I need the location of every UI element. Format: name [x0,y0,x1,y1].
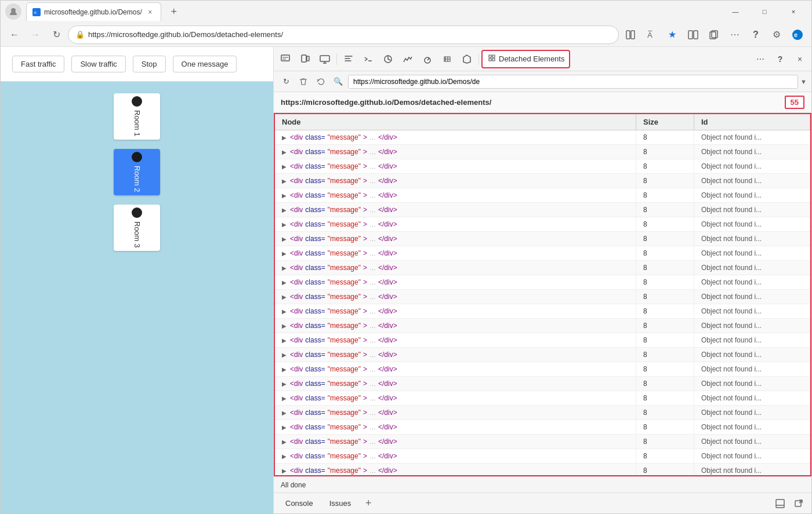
table-row[interactable]: ▶ <div class="message"> … </div> 8 Objec… [275,203,810,217]
undo-devtools-button[interactable] [313,74,328,89]
performance-panel-icon[interactable] [418,50,437,68]
id-cell: Object not found i... [694,261,810,275]
table-row[interactable]: ▶ <div class="message"> … </div> 8 Objec… [275,333,810,348]
delete-devtools-button[interactable] [296,74,311,89]
table-row[interactable]: ▶ <div class="message"> … </div> 8 Objec… [275,435,810,449]
table-row[interactable]: ▶ <div class="message"> … </div> 8 Objec… [275,232,810,246]
table-row[interactable]: ▶ <div class="message"> … </div> 8 Objec… [275,159,810,174]
detached-elements-table[interactable]: Node Size Id ▶ <div class="message"> … <… [274,113,811,476]
table-row[interactable]: ▶ <div class="message"> … </div> 8 Objec… [275,420,810,435]
room-1-item[interactable]: Room 1 [114,93,160,140]
detach-devtools-icon[interactable] [791,495,807,512]
reload-button[interactable]: ↻ [47,25,66,44]
toolbar-separator-1 [336,53,337,65]
table-row[interactable]: ▶ <div class="message"> … </div> 8 Objec… [275,319,810,333]
detached-elements-tab[interactable]: Detached Elements [481,50,570,68]
help-devtools-icon[interactable]: ? [771,50,789,68]
table-row[interactable]: ▶ <div class="message"> … </div> 8 Objec… [275,246,810,261]
table-row[interactable]: ▶ <div class="message"> … </div> 8 Objec… [275,290,810,304]
split-screen-icon[interactable] [684,25,702,44]
table-row[interactable]: ▶ <div class="message"> … </div> 8 Objec… [275,217,810,232]
table-row[interactable]: ▶ <div class="message"> … </div> 8 Objec… [275,391,810,406]
table-row[interactable]: ▶ <div class="message"> … </div> 8 Objec… [275,406,810,420]
address-bar[interactable]: 🔒 https://microsoftedge.github.io/Demos/… [68,25,619,44]
room-2-item[interactable]: Room 2 [114,149,160,195]
size-cell: 8 [636,232,694,246]
svg-rect-15 [320,56,329,61]
table-row[interactable]: ▶ <div class="message"> … </div> 8 Objec… [275,275,810,290]
id-cell: Object not found i... [694,449,810,463]
favorites-icon[interactable]: ★ [663,25,682,44]
url-dropdown-icon[interactable]: ▼ [800,78,807,85]
node-cell: ▶ <div class="message"> … </div> [275,333,636,347]
search-devtools-button[interactable]: 🔍 [331,74,346,89]
edge-icon[interactable]: e [788,25,807,44]
toolbar-separator-2 [478,53,479,65]
devtools-url-input[interactable] [348,75,798,89]
memory-panel-icon[interactable] [438,50,456,68]
inspect-element-icon[interactable] [276,50,295,68]
id-cell: Object not found i... [694,290,810,304]
id-cell: Object not found i... [694,377,810,391]
settings-icon[interactable]: ⚙ [767,25,786,44]
forward-button[interactable]: → [26,25,45,44]
table-row[interactable]: ▶ <div class="message"> … </div> 8 Objec… [275,145,810,159]
back-button[interactable]: ← [5,25,24,44]
more-tools-icon[interactable]: ⋯ [726,25,744,44]
sources-panel-icon[interactable] [379,50,397,68]
table-row[interactable]: ▶ <div class="message"> … </div> 8 Objec… [275,362,810,377]
tab-close-button[interactable]: × [146,8,155,17]
devtools-panel: Detached Elements ⋯ ? × ↻ 🔍 ▼ [273,47,811,513]
size-cell: 8 [636,391,694,405]
table-row[interactable]: ▶ <div class="message"> … </div> 8 Objec… [275,464,810,476]
size-cell: 8 [636,188,694,202]
table-row[interactable]: ▶ <div class="message"> … </div> 8 Objec… [275,174,810,188]
console-panel-icon[interactable] [359,50,378,68]
expand-arrow-icon: ▶ [282,163,287,170]
node-cell: ▶ <div class="message"> … </div> [275,174,636,188]
table-row[interactable]: ▶ <div class="message"> … </div> 8 Objec… [275,304,810,319]
table-row[interactable]: ▶ <div class="message"> … </div> 8 Objec… [275,188,810,203]
elements-panel-icon[interactable] [339,50,358,68]
one-message-button[interactable]: One message [173,56,237,72]
slow-traffic-button[interactable]: Slow traffic [71,56,125,72]
device-mode-icon[interactable] [296,50,314,68]
fast-traffic-button[interactable]: Fast traffic [12,56,64,72]
collections-icon[interactable] [705,25,723,44]
close-devtools-icon[interactable]: × [791,50,809,68]
svg-rect-7 [694,31,698,39]
more-tools-devtools-icon[interactable]: ⋯ [751,50,770,68]
node-cell: ▶ <div class="message"> … </div> [275,304,636,318]
minimize-button[interactable]: — [722,2,749,21]
help-icon[interactable]: ? [746,25,765,44]
node-cell: ▶ <div class="message"> … </div> [275,130,636,144]
network-panel-icon[interactable] [398,50,417,68]
main-content: Fast traffic Slow traffic Stop One messa… [1,47,811,513]
issues-tab[interactable]: Issues [322,497,358,510]
profile-icon[interactable] [5,3,21,20]
table-row[interactable]: ▶ <div class="message"> … </div> 8 Objec… [275,261,810,275]
expand-arrow-icon: ▶ [282,424,287,431]
add-panel-button[interactable]: + [360,495,376,512]
svg-rect-6 [688,31,693,39]
close-button[interactable]: × [780,2,807,21]
read-aloud-icon[interactable]: A̅ [642,25,661,44]
console-tab[interactable]: Console [278,497,320,510]
title-bar: e microsoftedge.github.io/Demos/ × + — □… [1,1,811,23]
table-row[interactable]: ▶ <div class="message"> … </div> 8 Objec… [275,377,810,391]
new-tab-button[interactable]: + [166,3,182,20]
active-tab[interactable]: e microsoftedge.github.io/Demos/ × [26,2,161,21]
refresh-devtools-button[interactable]: ↻ [278,74,293,89]
stop-button[interactable]: Stop [133,56,166,72]
table-row[interactable]: ▶ <div class="message"> … </div> 8 Objec… [275,449,810,464]
table-row[interactable]: ▶ <div class="message"> … </div> 8 Objec… [275,130,810,145]
maximize-button[interactable]: □ [751,2,778,21]
screen-cast-icon[interactable] [316,50,334,68]
table-row[interactable]: ▶ <div class="message"> … </div> 8 Objec… [275,348,810,362]
expand-arrow-icon: ▶ [282,323,287,329]
room-3-item[interactable]: Room 3 [114,205,160,251]
size-cell: 8 [636,435,694,449]
dock-side-icon[interactable] [772,495,788,512]
application-panel-icon[interactable] [458,50,476,68]
reading-view-icon[interactable] [621,25,640,44]
